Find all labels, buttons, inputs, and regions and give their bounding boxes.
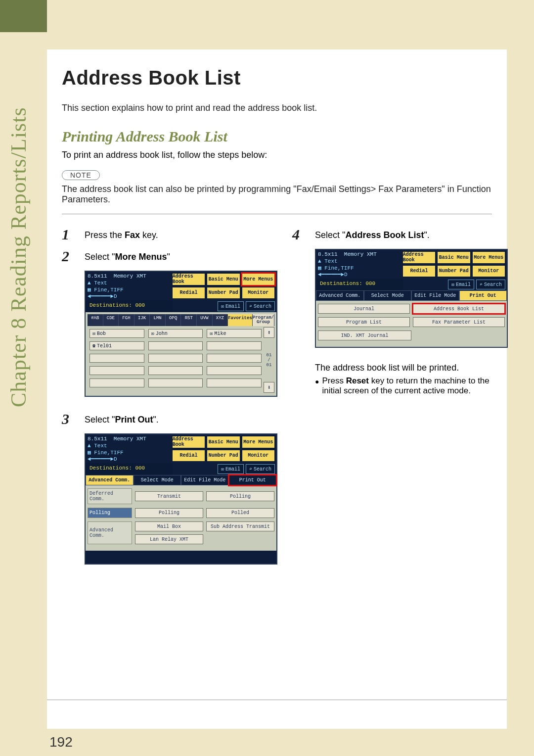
monitor-button[interactable]: Monitor	[242, 450, 275, 462]
contact-empty[interactable]	[89, 354, 144, 363]
result-text: The address book list will be printed.	[315, 363, 508, 373]
monitor-button[interactable]: Monitor	[472, 265, 505, 278]
tab-select-mode[interactable]: Select Mode	[134, 475, 181, 485]
btn-ind-xmt-journal[interactable]: IND. XMT Journal	[318, 331, 411, 340]
size: 8.5x11	[88, 436, 107, 442]
page-content-area: Address Book List This section explains …	[47, 49, 507, 729]
search-pill[interactable]: ⌕ Search	[476, 280, 505, 289]
step-text: Select "Print Out".	[85, 412, 159, 425]
tab-uvw[interactable]: UVW	[197, 314, 213, 326]
email-pill[interactable]: ✉ Email	[218, 301, 244, 311]
contact-tel01[interactable]: ☎ Tel01	[89, 341, 144, 350]
redial-button[interactable]: Redial	[172, 287, 205, 299]
search-pill[interactable]: ⌕ Search	[246, 464, 275, 474]
email-pill[interactable]: ✉ Email	[218, 464, 244, 474]
bullet-icon: ●	[315, 376, 319, 396]
contact-empty[interactable]	[207, 354, 262, 363]
btn-journal[interactable]: Journal	[318, 304, 410, 314]
text-mode: Text	[94, 443, 107, 449]
alpha-tabs: #AB CDE FGH IJK LMN OPQ RST UVW XYZ Fa	[88, 314, 274, 326]
monitor-button[interactable]: Monitor	[242, 287, 275, 299]
tab-lmn[interactable]: LMN	[150, 314, 166, 326]
btn-program-list[interactable]: Program List	[318, 317, 410, 327]
screen-header-left: 8.5x11 Memory XMT ▲ Text ▦ Fine,TIFF ◄━━…	[316, 250, 401, 279]
btn-sub-address-transmit[interactable]: Sub Address Transmit	[206, 521, 274, 531]
btn-address-book-list[interactable]: Address Book List	[413, 304, 505, 314]
tab-fgh[interactable]: FGH	[119, 314, 134, 326]
contact-empty[interactable]	[207, 378, 262, 387]
email-pill[interactable]: ✉ Email	[448, 280, 474, 289]
number-pad-button[interactable]: Number Pad	[207, 287, 240, 299]
label-polling: Polling	[88, 508, 132, 518]
section-rule	[62, 214, 492, 214]
address-book-button[interactable]: Address Book	[172, 436, 205, 448]
step-3: 3 Select "Print Out".	[62, 412, 277, 426]
contact-bob[interactable]: ✉ Bob	[89, 329, 144, 338]
more-menus-button[interactable]: More Menus	[242, 436, 275, 448]
number-pad-button[interactable]: Number Pad	[437, 265, 470, 278]
scroll-down-icon[interactable]: ⬇	[264, 382, 274, 393]
basic-menu-button[interactable]: Basic Menu	[437, 251, 470, 264]
btn-fax-parameter-list[interactable]: Fax Parameter List	[413, 317, 505, 327]
contact-john[interactable]: ✉ John	[148, 329, 203, 338]
contact-mike[interactable]: ✉ Mike	[207, 329, 262, 338]
redial-button[interactable]: Redial	[402, 265, 436, 278]
redial-button[interactable]: Redial	[172, 450, 205, 462]
btn-lan-relay-xmt[interactable]: Lan Relay XMT	[135, 534, 203, 544]
address-book-button[interactable]: Address Book	[402, 251, 436, 264]
search-pill[interactable]: ⌕ Search	[246, 301, 275, 311]
tab-print-out[interactable]: Print Out	[229, 475, 277, 485]
contact-empty[interactable]	[89, 378, 144, 387]
step-number: 3	[62, 412, 79, 426]
tab-rst[interactable]: RST	[181, 314, 197, 326]
btn-polled[interactable]: Polled	[206, 508, 274, 518]
basic-menu-button[interactable]: Basic Menu	[207, 436, 240, 448]
contact-empty[interactable]	[89, 366, 144, 375]
tab-print-out[interactable]: Print Out	[459, 290, 507, 301]
tab-xyz[interactable]: XYZ	[213, 314, 228, 326]
btn-polling2[interactable]: Polling	[135, 508, 203, 518]
contact-empty[interactable]	[148, 341, 203, 350]
scroll-up-icon[interactable]: ⬆	[264, 327, 274, 338]
screen-header-left: 8.5x11 Memory XMT ▲ Text ▦ Fine,TIFF ◄━━…	[86, 434, 171, 463]
address-book-button[interactable]: Address Book	[172, 273, 205, 285]
text-mode: Text	[94, 280, 107, 286]
contact-empty[interactable]	[148, 378, 203, 387]
basic-menu-button[interactable]: Basic Menu	[207, 273, 240, 285]
tab-opq[interactable]: OPQ	[166, 314, 181, 326]
btn-polling[interactable]: Polling	[206, 491, 274, 501]
number-pad-button[interactable]: Number Pad	[207, 450, 240, 462]
step4-bold: Address Book List	[345, 230, 424, 240]
tab-program-group[interactable]: Program/ Group	[253, 314, 274, 326]
fine-tiff: Fine,TIFF	[94, 287, 123, 293]
note-text: The address book list can also be printe…	[62, 184, 492, 205]
memory-xmt: Memory XMT	[114, 273, 146, 279]
tab-select-mode[interactable]: Select Mode	[364, 290, 412, 301]
text-mode: Text	[324, 258, 337, 264]
btn-transmit[interactable]: Transmit	[135, 491, 203, 501]
screenshot-2: 8.5x11 Memory XMT ▲ Text ▦ Fine,TIFF ◄━━…	[85, 433, 277, 565]
page-number: 192	[49, 734, 73, 750]
chapter-tab	[0, 0, 47, 32]
tab-favorites[interactable]: Favorites	[228, 314, 253, 326]
destinations-count: Destinations: 000	[86, 300, 173, 312]
tab-ijk[interactable]: IJK	[134, 314, 150, 326]
tab-advanced-comm[interactable]: Advanced Comm.	[86, 475, 134, 485]
tab-advanced-comm[interactable]: Advanced Comm.	[316, 290, 364, 301]
tab-edit-file-mode[interactable]: Edit File Mode	[411, 290, 459, 301]
tab-cde[interactable]: CDE	[103, 314, 119, 326]
step2-text-b: "	[167, 252, 170, 262]
fine-tiff: Fine,TIFF	[324, 265, 354, 271]
tab-ab[interactable]: #AB	[88, 314, 103, 326]
more-menus-button[interactable]: More Menus	[242, 273, 275, 285]
btn-mail-box[interactable]: Mail Box	[135, 521, 203, 531]
step4-text-b: ".	[424, 230, 429, 240]
step-columns: 1 Press the Fax key. 2 Select "More Menu…	[62, 227, 492, 579]
more-menus-button[interactable]: More Menus	[472, 251, 505, 264]
contact-empty[interactable]	[148, 354, 203, 363]
contact-empty[interactable]	[207, 341, 262, 350]
contact-empty[interactable]	[207, 366, 262, 375]
contact-empty[interactable]	[148, 366, 203, 375]
tab-edit-file-mode[interactable]: Edit File Mode	[181, 475, 229, 485]
memory-xmt: Memory XMT	[114, 436, 146, 442]
